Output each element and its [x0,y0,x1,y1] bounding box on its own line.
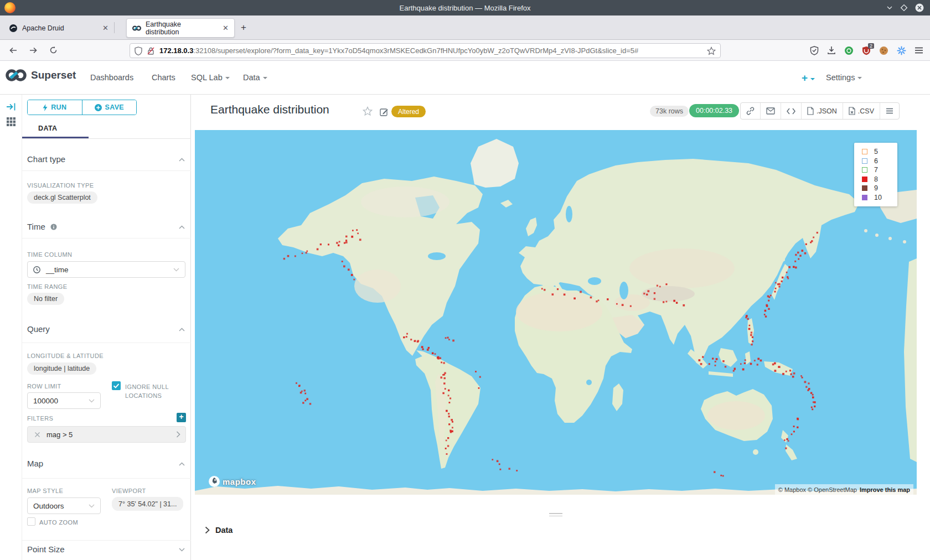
deckgl-map[interactable]: 5678910 mapbox © Mapbox © OpenStreetMap … [195,130,917,495]
data-panel-toggle[interactable]: Data [205,526,232,535]
section-map[interactable]: Map [27,459,43,468]
chart-actions: .JSON .CSV [740,102,900,120]
favorite-star-icon[interactable] [363,106,373,116]
time-column-select[interactable]: __time [27,261,185,278]
window-close-icon[interactable] [914,3,924,13]
nav-data[interactable]: Data [243,73,267,82]
bookmark-star-icon[interactable] [707,46,716,55]
legend-label: 7 [874,166,878,174]
chevron-up-icon[interactable] [179,225,185,229]
improve-map-link[interactable]: Improve this map [860,486,910,493]
chevron-up-icon[interactable] [179,462,185,466]
legend-swatch [862,149,867,154]
ignore-null-checkbox[interactable] [112,381,121,390]
run-button[interactable]: RUN [28,100,82,115]
superset-navbar: Superset Dashboards Charts SQL Lab Data … [0,61,930,95]
url-text[interactable]: 172.18.0.3:32108/superset/explore/?form_… [159,46,707,55]
add-filter-button[interactable]: + [177,413,186,422]
dataset-grid-icon[interactable] [6,117,16,127]
world-map[interactable] [195,130,917,495]
nav-settings[interactable]: Settings [826,73,862,82]
map-style-select[interactable]: Outdoors [27,497,101,514]
remove-filter-icon[interactable] [34,432,40,438]
chevron-down-icon[interactable] [179,548,185,552]
chevron-up-icon[interactable] [179,328,185,331]
tab-apache-druid[interactable]: Apache Druid ✕ [3,18,114,38]
download-icon[interactable] [827,46,836,55]
altered-badge[interactable]: Altered [391,106,426,117]
legend-entry[interactable]: 6 [862,157,897,166]
ublock-icon[interactable]: 2 [862,46,871,55]
tracking-shield-icon[interactable] [135,46,142,55]
viz-type-value[interactable]: deck.gl Scatterplot [27,191,97,204]
attribution-text[interactable]: © Mapbox © OpenStreetMap [778,486,857,493]
legend-label: 8 [874,175,878,183]
url-bar[interactable]: 172.18.0.3:32108/superset/explore/?form_… [130,43,721,58]
chart-menu-button[interactable] [880,103,899,119]
viewport-label: VIEWPORT [112,488,146,494]
legend-entry[interactable]: 7 [862,165,897,175]
legend-entry[interactable]: 5 [862,147,897,157]
auto-zoom-checkbox[interactable] [27,517,35,526]
chevron-down-icon [89,504,95,508]
email-button[interactable] [760,103,781,119]
legend-entry[interactable]: 9 [862,184,897,193]
filter-chip[interactable]: mag > 5 [27,426,186,443]
legend-swatch [862,185,867,191]
map-style-label: MAP STYLE [27,488,63,494]
map-legend[interactable]: 5678910 [854,143,897,206]
chevron-right-icon[interactable] [176,431,180,438]
tab-close-icon[interactable]: ✕ [102,24,108,32]
forward-button[interactable] [25,43,41,58]
cookie-icon[interactable] [879,46,888,55]
mapbox-logo[interactable]: mapbox [208,475,256,488]
chevron-down-icon [857,77,862,79]
export-csv-button[interactable]: .CSV [843,103,880,119]
chevron-up-icon[interactable] [179,158,185,162]
reload-button[interactable] [45,43,61,58]
insecure-lock-icon[interactable] [147,46,155,55]
new-tab-button[interactable]: + [237,21,250,34]
save-button[interactable]: SAVE [82,100,137,115]
legend-entry[interactable]: 10 [862,193,897,203]
collapse-panel-icon[interactable] [6,102,16,111]
tab-close-icon[interactable]: ✕ [223,24,229,32]
extension-blue-asterisk-icon[interactable] [897,46,906,55]
filters-label: FILTERS [27,415,53,422]
superset-brand[interactable]: Superset [6,69,76,82]
chevron-down-icon [225,77,230,79]
nav-plus-button[interactable]: + [802,72,815,84]
section-point-size[interactable]: Point Size [27,545,65,554]
panel-resize-handle[interactable] [549,513,562,517]
section-query[interactable]: Query [27,324,50,334]
time-range-label: TIME RANGE [27,283,67,290]
extension-green-icon[interactable] [844,46,854,55]
brand-name: Superset [31,69,76,81]
export-json-button[interactable]: .JSON [801,103,843,119]
row-limit-label: ROW LIMIT [27,383,61,390]
legend-swatch [862,167,867,173]
tab-data[interactable]: DATA [38,125,57,132]
legend-label: 6 [874,157,878,165]
legend-swatch [862,158,867,164]
time-range-value[interactable]: No filter [27,293,64,305]
copy-link-button[interactable] [741,103,760,119]
chart-title: Earthquake distribution [210,103,329,116]
nav-sql-lab[interactable]: SQL Lab [191,73,230,82]
window-minimize-icon[interactable] [886,4,893,12]
embed-code-button[interactable] [781,103,801,119]
back-button[interactable] [6,43,21,58]
row-limit-select[interactable]: 100000 [27,392,101,409]
edit-title-icon[interactable] [380,107,389,116]
lonlat-value[interactable]: longitude | latitude [27,362,96,375]
tab-earthquake-distribution[interactable]: Earthquake distribution ✕ [126,18,235,38]
protections-shield-icon[interactable] [810,46,819,55]
viewport-value[interactable]: 7° 35' 54.02" | 31... [112,497,183,511]
window-maximize-icon[interactable] [900,4,908,12]
legend-entry[interactable]: 8 [862,175,897,184]
nav-charts[interactable]: Charts [152,73,175,82]
nav-dashboards[interactable]: Dashboards [90,73,133,82]
section-chart-type[interactable]: Chart type [27,154,65,164]
section-time[interactable]: Time [27,222,57,231]
menu-hamburger-icon[interactable] [914,46,923,54]
